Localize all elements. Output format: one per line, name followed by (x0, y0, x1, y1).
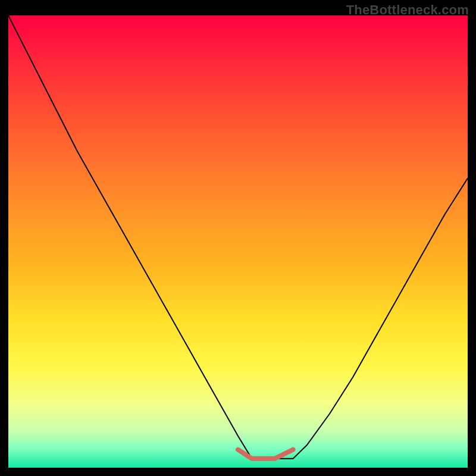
gradient-background (8, 15, 468, 468)
bottleneck-plot (8, 15, 468, 468)
plot-svg (8, 15, 468, 468)
chart-frame: TheBottleneck.com (0, 0, 476, 476)
